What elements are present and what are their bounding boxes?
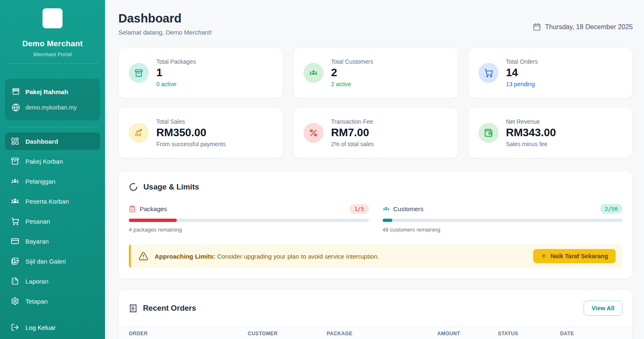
sidebar-item-pakej-korban[interactable]: Pakej Korban — [5, 152, 100, 170]
credit-card-icon — [11, 237, 19, 245]
customers-usage-badge: 2/50 — [600, 204, 622, 214]
stat-label: Total Orders — [506, 58, 538, 65]
logout-button[interactable]: Log Keluar — [0, 317, 105, 339]
usage-gauge-icon — [129, 182, 138, 192]
sidebar-item-label: Tetapan — [25, 298, 48, 305]
arrow-up-icon — [541, 253, 547, 259]
merchant-package-row: Pakej Rahmah — [12, 84, 93, 100]
merchant-logo — [43, 8, 63, 28]
gear-icon — [11, 297, 19, 305]
page-title: Dashboard — [118, 12, 212, 25]
logout-icon — [11, 323, 19, 332]
divider — [7, 63, 98, 64]
sidebar-item-pesanan[interactable]: Pesanan — [5, 212, 100, 230]
meter-label: Customers — [393, 205, 424, 212]
date-text: Thursday, 18 December 2025 — [545, 23, 633, 31]
customers-meter: Customers 2/50 48 customers remaining — [383, 204, 623, 233]
sidebar-item-label: Laporan — [25, 278, 48, 285]
recent-orders-title: Recent Orders — [129, 304, 196, 313]
stat-card-net-revenue: Net Revenue RM343.00 Sales minus fee — [468, 107, 633, 158]
welcome-message: Selamat datang, Demo Merchant! — [118, 29, 212, 36]
stat-label: Net Revenue — [506, 118, 556, 125]
warning-title: Approaching Limits: — [155, 253, 216, 260]
stat-body: Net Revenue RM343.00 Sales minus fee — [506, 118, 556, 147]
storefront-icon — [12, 87, 20, 96]
usage-limits-title: Usage & Limits — [129, 182, 622, 192]
stat-sub: 13 pending — [506, 81, 538, 87]
users-icon — [383, 205, 390, 212]
customers-remaining-text: 48 customers remaining — [383, 227, 623, 233]
approaching-limits-banner: Approaching Limits: Consider upgrading y… — [129, 244, 622, 268]
stat-label: Total Packages — [156, 58, 196, 65]
recent-orders-header: Recent Orders View All — [119, 290, 632, 326]
stat-label: Total Customers — [331, 58, 373, 65]
recent-orders-card: Recent Orders View All ORDER CUSTOMER PA… — [118, 289, 633, 339]
dashboard-grid-icon — [11, 137, 19, 145]
sidebar-item-label: Pelanggan — [25, 178, 55, 185]
stat-body: Total Orders 14 13 pending — [506, 58, 538, 87]
view-all-button[interactable]: View All — [584, 301, 622, 316]
upgrade-now-button[interactable]: Naik Taraf Sekarang — [533, 249, 616, 263]
column-header-customer: CUSTOMER — [248, 331, 326, 337]
upgrade-button-label: Naik Taraf Sekarang — [551, 253, 608, 259]
stat-value: RM350.00 — [156, 126, 226, 139]
stat-value: 1 — [156, 66, 196, 79]
sidebar-nav: Dashboard Pakej Korban Pelanggan Peserta… — [0, 127, 105, 310]
brand-name: Demo Merchant — [7, 39, 98, 48]
users-icon — [11, 177, 19, 185]
meter-head: Packages 1/5 — [129, 204, 369, 214]
column-header-order: ORDER — [129, 331, 248, 337]
stat-value: 2 — [331, 66, 373, 79]
bar-chart-icon — [129, 123, 149, 143]
sidebar: Demo Merchant Merchant Portal Pakej Rahm… — [0, 0, 105, 339]
stat-body: Total Sales RM350.00 From successful pay… — [156, 118, 226, 147]
sidebar-item-label: Pesanan — [25, 218, 50, 225]
stat-sub: From successful payments — [156, 141, 226, 147]
warning-text: Approaching Limits: Consider upgrading y… — [155, 253, 379, 260]
sidebar-item-label: Peserta Korban — [25, 198, 69, 205]
sidebar-item-peserta-korban[interactable]: Peserta Korban — [5, 192, 100, 210]
orders-table-header: ORDER CUSTOMER PACKAGE AMOUNT STATUS DAT… — [119, 326, 632, 339]
sidebar-item-sijil-dan-galeri[interactable]: Sijil dan Galeri — [5, 252, 100, 270]
recent-orders-title-text: Recent Orders — [143, 304, 196, 313]
customers-progress-fill — [383, 219, 392, 222]
stat-value: RM343.00 — [506, 126, 556, 139]
sidebar-item-dashboard[interactable]: Dashboard — [5, 132, 100, 150]
column-header-package: PACKAGE — [327, 331, 437, 337]
merchant-domain: demo.mykorban.my — [25, 104, 77, 111]
sidebar-item-label: Dashboard — [25, 138, 58, 145]
stat-sub: Sales minus fee — [506, 141, 556, 147]
percent-icon — [303, 123, 323, 143]
users-group-icon — [11, 197, 19, 205]
sidebar-item-bayaran[interactable]: Bayaran — [5, 232, 100, 250]
packages-progress-fill — [129, 219, 177, 222]
stat-label: Total Sales — [156, 118, 226, 125]
meter-label: Packages — [140, 205, 167, 212]
stat-sub: 0 active — [156, 81, 196, 87]
sidebar-item-tetapan[interactable]: Tetapan — [5, 292, 100, 310]
stat-card-total-sales: Total Sales RM350.00 From successful pay… — [118, 107, 283, 158]
sidebar-item-label: Bayaran — [25, 238, 49, 245]
packages-usage-badge: 1/5 — [350, 204, 368, 214]
stat-value: RM7.00 — [331, 126, 374, 139]
page-header: Dashboard Selamat datang, Demo Merchant!… — [118, 12, 633, 36]
usage-limits-card: Usage & Limits Packages 1/5 4 packages r… — [118, 171, 633, 279]
stat-sub: 2% of total sales — [331, 141, 374, 147]
customers-progress-track — [383, 219, 623, 222]
sidebar-item-laporan[interactable]: Laporan — [5, 272, 100, 290]
calendar-icon — [533, 23, 541, 31]
package-box-icon — [129, 63, 149, 83]
column-header-amount: AMOUNT — [437, 331, 498, 337]
packages-meter: Packages 1/5 4 packages remaining — [129, 204, 369, 233]
shopping-cart-icon — [479, 63, 499, 83]
column-header-date: DATE — [560, 331, 622, 337]
merchant-info-card: Pakej Rahmah demo.mykorban.my — [5, 79, 100, 120]
merchant-package-name: Pakej Rahmah — [25, 88, 68, 95]
sidebar-item-label: Pakej Korban — [25, 158, 63, 165]
main-content: Dashboard Selamat datang, Demo Merchant!… — [105, 0, 644, 339]
stat-sub: 2 active — [331, 81, 373, 87]
stat-label: Transaction Fee — [331, 118, 374, 125]
shopping-cart-icon — [11, 217, 19, 225]
sidebar-item-pelanggan[interactable]: Pelanggan — [5, 172, 100, 190]
page-header-text: Dashboard Selamat datang, Demo Merchant! — [118, 12, 212, 36]
